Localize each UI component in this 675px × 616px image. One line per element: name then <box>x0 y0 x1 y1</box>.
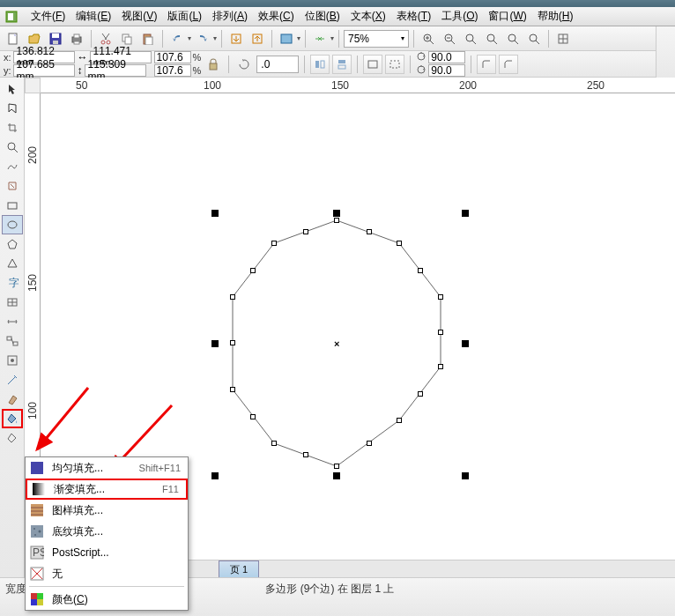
node[interactable] <box>367 229 372 234</box>
node[interactable] <box>438 364 443 369</box>
node[interactable] <box>230 340 235 345</box>
menu-v[interactable]: 视图(V) <box>116 7 162 26</box>
node[interactable] <box>271 241 277 246</box>
menu-x[interactable]: 文本(X) <box>345 7 391 26</box>
rectangle-tool[interactable] <box>2 196 23 215</box>
menu-h[interactable]: 帮助(H) <box>532 7 579 26</box>
pick-tool[interactable] <box>2 79 23 99</box>
selection-handle[interactable] <box>333 472 340 479</box>
round-corner-button[interactable] <box>477 55 496 74</box>
menu-l[interactable]: 版面(L) <box>162 7 207 26</box>
selection-handle[interactable] <box>462 340 469 347</box>
node[interactable] <box>303 229 308 234</box>
mirror-v-button[interactable] <box>332 55 352 74</box>
eyedropper-tool[interactable] <box>2 370 23 390</box>
lock-ratio-button[interactable] <box>204 55 223 74</box>
ctx-item-4[interactable]: PSPostScript... <box>26 542 188 563</box>
rot-x-input[interactable]: 90.0 <box>428 51 465 63</box>
zoom-selection-button[interactable] <box>482 29 501 48</box>
selection-handle[interactable] <box>462 472 469 479</box>
scale-y-input[interactable]: 107.6 <box>154 64 191 77</box>
rot-center-icon-2 <box>416 64 427 78</box>
outline-tool[interactable] <box>2 390 23 409</box>
right-panel-toggle[interactable] <box>656 26 675 79</box>
page-tab-1[interactable]: 页 1 <box>219 560 259 578</box>
texture-icon <box>29 523 45 539</box>
node[interactable] <box>397 418 402 423</box>
menu-a[interactable]: 排列(A) <box>207 7 253 26</box>
menu-o[interactable]: 工具(O) <box>436 7 483 26</box>
rotation-input[interactable]: .0 <box>256 56 299 73</box>
node[interactable] <box>438 294 443 300</box>
menu-f[interactable]: 文件(F) <box>26 7 70 26</box>
crop-tool[interactable] <box>2 118 23 137</box>
zoom-in-button[interactable] <box>419 29 438 48</box>
node[interactable] <box>230 387 235 392</box>
interactive-fill-tool[interactable] <box>2 428 23 448</box>
interactive-tool[interactable] <box>2 351 23 370</box>
menu-c[interactable]: 效果(C) <box>253 7 300 26</box>
selection-handle[interactable] <box>333 210 340 217</box>
weld-button[interactable]: ▾ <box>310 29 334 48</box>
ctx-item-3[interactable]: 底纹填充... <box>26 521 188 542</box>
node[interactable] <box>438 330 443 335</box>
node[interactable] <box>418 391 423 397</box>
node[interactable] <box>334 464 339 469</box>
center-marker[interactable]: × <box>334 338 339 349</box>
undo-button[interactable]: ▾ <box>167 29 191 48</box>
table-tool[interactable] <box>2 293 23 312</box>
shape-button-1[interactable] <box>363 55 382 74</box>
ellipse-tool[interactable] <box>2 215 23 234</box>
zoom-combo[interactable]: 75%▾ <box>344 30 409 48</box>
basic-shapes-tool[interactable] <box>2 254 23 273</box>
zoom-tool[interactable] <box>2 137 23 157</box>
zoom-out-button[interactable] <box>440 29 459 48</box>
node[interactable] <box>334 218 339 223</box>
node[interactable] <box>303 452 308 457</box>
node[interactable] <box>367 441 372 446</box>
freehand-tool[interactable] <box>2 157 23 176</box>
height-input[interactable]: 115.309 mm <box>85 64 146 77</box>
ctx-item-color[interactable]: 颜色(C) <box>26 589 188 610</box>
export-button[interactable] <box>248 29 267 48</box>
app-launcher-button[interactable]: ▾ <box>277 29 300 48</box>
node[interactable] <box>250 414 256 419</box>
zoom-page-button[interactable] <box>503 29 523 48</box>
node[interactable] <box>230 294 235 300</box>
connector-tool[interactable] <box>2 331 23 351</box>
shape-button-2[interactable] <box>385 55 404 74</box>
ctx-item-0[interactable]: 均匀填充...Shift+F11 <box>26 457 188 479</box>
redo-button[interactable]: ▾ <box>193 29 217 48</box>
fill-tool[interactable] <box>2 409 23 428</box>
selection-handle[interactable] <box>211 340 219 347</box>
node[interactable] <box>397 241 402 246</box>
polygon-tool[interactable] <box>2 234 23 254</box>
smart-fill-tool[interactable] <box>2 176 23 196</box>
shape-tool[interactable] <box>2 99 23 118</box>
menu-e[interactable]: 编辑(E) <box>70 7 116 26</box>
selection-handle[interactable] <box>211 472 219 479</box>
dimension-tool[interactable] <box>2 312 23 331</box>
node[interactable] <box>250 268 256 273</box>
rot-y-input[interactable]: 90.0 <box>428 64 465 77</box>
menu-t[interactable]: 表格(T) <box>391 7 436 26</box>
y-position-input[interactable]: 107.685 mm <box>13 64 75 77</box>
ctx-item-5[interactable]: 无 <box>26 563 188 584</box>
node[interactable] <box>271 441 277 446</box>
ctx-item-2[interactable]: 图样填充... <box>26 500 188 521</box>
ps-icon: PS <box>29 545 45 560</box>
scale-x-input[interactable]: 107.6 <box>154 51 191 63</box>
node[interactable] <box>418 268 423 273</box>
mirror-h-button[interactable] <box>310 55 330 74</box>
selection-handle[interactable] <box>462 210 469 217</box>
import-button[interactable] <box>226 29 246 48</box>
menu-w[interactable]: 窗口(W) <box>483 7 531 26</box>
zoom-fit-button[interactable] <box>461 29 480 48</box>
zoom-all-button[interactable] <box>524 29 544 48</box>
selection-handle[interactable] <box>211 210 219 217</box>
snap-button[interactable] <box>553 29 573 48</box>
text-tool[interactable]: 字 <box>2 273 23 293</box>
scallop-button[interactable] <box>499 55 518 74</box>
ctx-item-1[interactable]: 渐变填充...F11 <box>26 479 188 500</box>
menu-b[interactable]: 位图(B) <box>300 7 345 26</box>
